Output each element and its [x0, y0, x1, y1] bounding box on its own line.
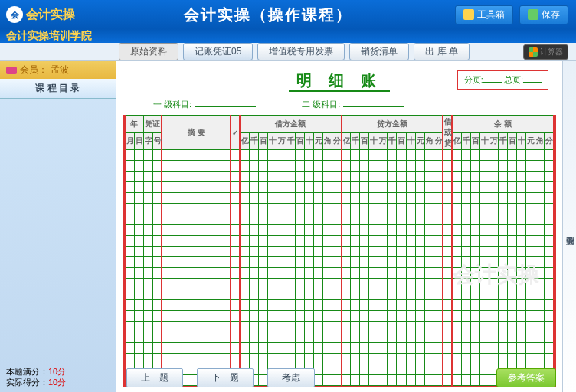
page-info-box: 分页: 总页:	[457, 70, 548, 90]
tab-sales-list[interactable]: 销货清单	[349, 43, 409, 60]
school-name: 会计实操培训学院	[0, 29, 576, 43]
tab-row: 原始资料 记账凭证05 增值税专用发票 销货清单 出 库 单 计算器	[0, 43, 576, 61]
brand-text: 会计实操	[26, 7, 75, 23]
page-title: 会计实操（操作课程）	[184, 5, 352, 25]
tab-vat-invoice[interactable]: 增值税专用发票	[257, 43, 345, 60]
logo-area: 会 会计实操	[0, 6, 75, 23]
doc-source-label: 原始资料	[119, 43, 178, 60]
header-sub: 会计实操培训学院	[0, 29, 576, 43]
tab-voucher05[interactable]: 记账凭证05	[183, 43, 253, 60]
score-area: 本题满分：10分 实际得分：10分	[6, 366, 66, 387]
answer-button[interactable]: 参考答案	[496, 368, 556, 387]
ledger-table[interactable]: 年凭证摘 要✓借方金额贷方金额借或贷余 额月日字号亿千百十万千百十元角分亿千百十…	[124, 115, 555, 386]
save-button[interactable]: 保存	[519, 5, 568, 24]
prev-button[interactable]: 上一题	[126, 368, 183, 387]
save-icon	[528, 9, 538, 20]
subject-row: 一 级科目: 二 级科目:	[123, 94, 556, 115]
toolbox-button[interactable]: 工具箱	[455, 5, 513, 24]
tab-outbound[interactable]: 出 库 单	[414, 43, 470, 60]
subject-1-label: 一 级科目:	[153, 99, 256, 110]
member-name: 孟波	[51, 64, 69, 77]
member-bar: 会员： 孟波	[0, 61, 116, 79]
business-note-toggle[interactable]: 业务说明	[562, 61, 576, 392]
member-label: 会员：	[20, 64, 47, 77]
subject-2-label: 二 级科目:	[302, 99, 404, 110]
course-header[interactable]: 课 程 目 录	[0, 79, 116, 99]
logo-icon: 会	[6, 6, 23, 23]
app-header: 会 会计实操 会计实操（操作课程） 工具箱 保存	[0, 0, 576, 29]
calculator-icon	[529, 47, 538, 57]
main-content: 明 细 账 分页: 总页: 一 级科目: 二 级科目: 年凭证摘 要✓借方金额贷…	[116, 61, 562, 392]
calculator-button[interactable]: 计算器	[523, 44, 568, 60]
next-button[interactable]: 下一题	[197, 368, 254, 387]
toolbox-icon	[463, 9, 474, 20]
member-icon	[6, 67, 17, 74]
ledger-table-wrap: 年凭证摘 要✓借方金额贷方金额借或贷余 额月日字号亿千百十万千百十元角分亿千百十…	[123, 115, 556, 387]
sidebar: 会员： 孟波 课 程 目 录	[0, 61, 116, 392]
think-button[interactable]: 考虑	[267, 368, 315, 387]
